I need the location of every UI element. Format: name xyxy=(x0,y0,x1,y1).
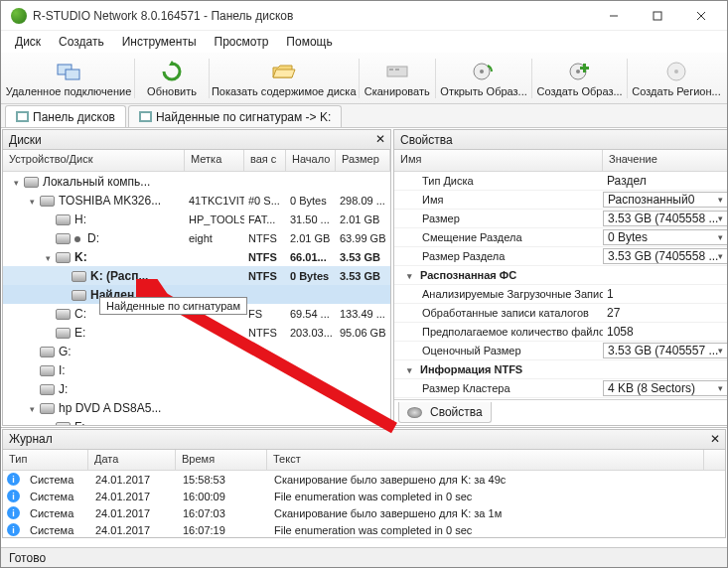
expander-icon[interactable] xyxy=(59,269,70,280)
properties-list[interactable]: Тип ДискаРазделИмяРаспознанный0▾Размер3.… xyxy=(394,172,728,399)
property-row[interactable]: ▾ Информация NTFS xyxy=(394,360,728,379)
expander-icon[interactable] xyxy=(43,231,54,242)
disk-row[interactable]: ▾TOSHIBA MK326...41TKC1VIT#0 S...0 Bytes… xyxy=(3,191,390,210)
disk-row[interactable]: D:eightNTFS2.01 GB63.99 GB xyxy=(3,228,390,247)
journal-row[interactable]: iСистема24.01.201716:00:09File enumerati… xyxy=(3,488,725,504)
expander-icon[interactable]: ▾ xyxy=(404,364,415,375)
expander-icon[interactable]: ▾ xyxy=(404,270,415,281)
expander-icon[interactable] xyxy=(43,326,54,337)
disk-row[interactable]: K: (Расп...NTFS0 Bytes3.53 GB xyxy=(3,266,390,285)
toolbar-open-button[interactable]: Показать содержимое диска xyxy=(212,58,357,99)
status-text: Готово xyxy=(9,551,46,565)
journal-panel-close[interactable]: ✕ xyxy=(707,431,723,447)
journal-cell: 24.01.2017 xyxy=(89,507,177,519)
property-key: Оценочный Размер xyxy=(394,345,603,356)
property-row[interactable]: Предполагаемое количество файлов1058 xyxy=(394,323,728,342)
menu-диск[interactable]: Диск xyxy=(7,33,49,51)
property-row[interactable]: Обработанные записи каталогов27 xyxy=(394,304,728,323)
dropdown-icon[interactable]: ▾ xyxy=(718,232,723,242)
disk-name: J: xyxy=(59,382,68,396)
disk-row[interactable]: H:HP_TOOLSFAT...31.50 ...2.01 GB xyxy=(3,210,390,228)
disk-row[interactable]: G: xyxy=(3,342,390,360)
disks-col[interactable]: Устройство/Диск xyxy=(3,150,185,171)
scan-icon xyxy=(385,60,409,83)
property-row[interactable]: Размер Раздела3.53 GB (7405558 ...▾ xyxy=(394,247,728,266)
property-row[interactable]: ▾ Распознанная ФС xyxy=(394,266,728,285)
expander-icon[interactable] xyxy=(43,307,54,318)
expander-icon[interactable] xyxy=(27,345,38,355)
expander-icon[interactable] xyxy=(59,288,70,299)
tab[interactable]: Найденные по сигнатурам -> K: xyxy=(128,105,342,127)
disk-row[interactable]: ▾Локальный компь... xyxy=(3,172,390,191)
journal-cell: File enumeration was completed in 0 sec xyxy=(268,524,705,536)
expander-icon[interactable]: ▾ xyxy=(27,196,38,207)
maximize-button[interactable] xyxy=(636,2,679,30)
dropdown-icon[interactable]: ▾ xyxy=(718,383,723,393)
toolbar-createimg-button[interactable]: Создать Образ... xyxy=(534,58,625,99)
expander-icon[interactable] xyxy=(43,213,54,223)
journal-row[interactable]: iСистема24.01.201716:07:03Сканирование б… xyxy=(3,504,725,521)
property-value[interactable]: 0 Bytes▾ xyxy=(603,229,728,245)
dropdown-icon[interactable]: ▾ xyxy=(718,251,723,261)
dropdown-icon[interactable]: ▾ xyxy=(718,213,723,223)
disk-row[interactable]: ▾K:NTFS66.01...3.53 GB xyxy=(3,247,390,266)
journal-col[interactable]: Тип xyxy=(3,450,88,471)
disks-col[interactable]: Начало xyxy=(286,150,336,171)
property-row[interactable]: Смещение Раздела0 Bytes▾ xyxy=(394,228,728,247)
menu-просмотр[interactable]: Просмотр xyxy=(207,33,277,51)
journal-row[interactable]: iСистема24.01.201716:07:19File enumerati… xyxy=(3,521,725,537)
journal-cell: Система xyxy=(24,524,89,536)
disk-row[interactable]: ▾hp DVD A DS8A5... xyxy=(3,398,390,417)
properties-bottom-tab-label: Свойства xyxy=(430,405,483,419)
disk-row[interactable]: J: xyxy=(3,379,390,398)
property-value[interactable]: 4 KB (8 Sectors)▾ xyxy=(603,380,728,396)
expander-icon[interactable] xyxy=(43,420,54,426)
expander-icon[interactable] xyxy=(27,363,38,374)
dropdown-icon[interactable]: ▾ xyxy=(718,195,723,205)
properties-bottom-tab[interactable]: Свойства xyxy=(398,402,492,423)
expander-icon[interactable]: ▾ xyxy=(27,403,38,414)
props-col-name[interactable]: Имя xyxy=(394,150,603,171)
disk-row[interactable]: F: xyxy=(3,417,390,425)
properties-panel-close[interactable]: ✕ xyxy=(724,131,728,147)
property-row[interactable]: Анализируемые Загрузочные Записи1 xyxy=(394,285,728,304)
journal-rows[interactable]: iСистема24.01.201715:58:53Сканирование б… xyxy=(3,471,725,537)
toolbar-refresh-button[interactable]: Обновить xyxy=(137,58,207,99)
toolbar-remote-button[interactable]: Удаленное подключение xyxy=(5,58,132,99)
close-button[interactable] xyxy=(679,2,723,30)
toolbar-openimg-button[interactable]: Открыть Образ... xyxy=(438,58,529,99)
disks-col[interactable]: вая с xyxy=(244,150,286,171)
minimize-button[interactable] xyxy=(592,2,636,30)
journal-col[interactable]: Дата xyxy=(88,450,176,471)
property-value[interactable]: 3.53 GB (7405557 ...▾ xyxy=(603,343,728,358)
property-row[interactable]: Размер3.53 GB (7405558 ...▾ xyxy=(394,210,728,228)
disks-panel: Диски ✕ Устройство/ДискМеткавая сНачалоР… xyxy=(2,129,391,426)
property-row[interactable]: Тип ДискаРаздел xyxy=(394,172,728,191)
disks-col[interactable]: Метка xyxy=(185,150,244,171)
expander-icon[interactable] xyxy=(27,382,38,393)
property-row[interactable]: Размер Кластера4 KB (8 Sectors)▾ xyxy=(394,379,728,398)
open-icon xyxy=(272,60,296,83)
tab[interactable]: Панель дисков xyxy=(5,105,126,127)
property-row[interactable]: Оценочный Размер3.53 GB (7405557 ...▾ xyxy=(394,342,728,360)
disk-row[interactable]: I: xyxy=(3,360,390,379)
expander-icon[interactable]: ▾ xyxy=(43,252,54,263)
expander-icon[interactable]: ▾ xyxy=(11,177,22,188)
disk-row[interactable]: E:NTFS203.03...95.06 GB xyxy=(3,323,390,342)
disks-panel-close[interactable]: ✕ xyxy=(372,131,388,147)
journal-col[interactable]: Текст xyxy=(267,450,704,471)
property-value[interactable]: 3.53 GB (7405558 ...▾ xyxy=(603,211,728,226)
vol-icon xyxy=(56,233,71,244)
menu-помощь[interactable]: Помощь xyxy=(278,33,340,51)
menu-инструменты[interactable]: Инструменты xyxy=(114,33,205,51)
svg-rect-11 xyxy=(580,67,589,70)
journal-col[interactable]: Время xyxy=(176,450,267,471)
disks-col[interactable]: Размер xyxy=(336,150,390,171)
props-col-value[interactable]: Значение xyxy=(603,150,728,171)
journal-row[interactable]: iСистема24.01.201715:58:53Сканирование б… xyxy=(3,471,725,488)
property-row[interactable]: ИмяРаспознанный0▾ xyxy=(394,191,728,210)
property-value[interactable]: Распознанный0▾ xyxy=(603,192,728,208)
property-value[interactable]: 3.53 GB (7405558 ...▾ xyxy=(603,248,728,264)
dropdown-icon[interactable]: ▾ xyxy=(718,346,723,355)
menu-создать[interactable]: Создать xyxy=(51,33,112,51)
